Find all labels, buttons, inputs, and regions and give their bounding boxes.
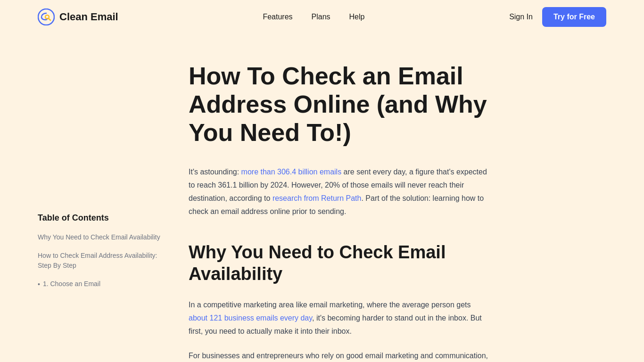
toc-title: Table of Contents xyxy=(38,213,160,223)
sidebar: Table of Contents Why You Need to Check … xyxy=(38,62,160,362)
section1-link1[interactable]: about 121 business emails every day xyxy=(189,314,312,322)
logo-icon xyxy=(38,8,55,25)
sign-in-button[interactable]: Sign In xyxy=(509,13,533,21)
try-free-button[interactable]: Try for Free xyxy=(542,7,606,27)
svg-point-1 xyxy=(45,15,49,19)
toc-list: Why You Need to Check Email Availability… xyxy=(38,232,160,289)
section1-text2: For businesses and entrepreneurs who rel… xyxy=(189,349,490,362)
toc-link-2[interactable]: How to Check Email Address Availability:… xyxy=(38,252,157,269)
intro-paragraph: It's astounding: more than 306.4 billion… xyxy=(189,165,490,218)
logo-text: Clean Email xyxy=(59,11,118,23)
toc-bullet: • xyxy=(38,280,40,289)
nav-help[interactable]: Help xyxy=(349,13,365,21)
section1-title: Why You Need to Check Email Availability xyxy=(189,242,490,285)
svg-line-2 xyxy=(49,19,50,20)
toc-item-1[interactable]: Why You Need to Check Email Availability xyxy=(38,232,160,242)
logo-link[interactable]: Clean Email xyxy=(38,8,118,25)
main-content: How To Check an Email Address Online (an… xyxy=(160,62,490,362)
toc-item-3[interactable]: • 1. Choose an Email xyxy=(38,279,160,289)
intro-link2[interactable]: research from Return Path xyxy=(272,194,362,202)
intro-link1[interactable]: more than 306.4 billion emails xyxy=(241,168,342,176)
section1-text1: In a competitive marketing area like ema… xyxy=(189,298,490,338)
page-wrapper: Table of Contents Why You Need to Check … xyxy=(0,34,644,362)
nav-features[interactable]: Features xyxy=(263,13,292,21)
toc-item-2[interactable]: How to Check Email Address Availability:… xyxy=(38,251,160,271)
toc-link-1[interactable]: Why You Need to Check Email Availability xyxy=(38,233,160,241)
toc-link-3[interactable]: 1. Choose an Email xyxy=(43,279,100,289)
header-actions: Sign In Try for Free xyxy=(509,7,606,27)
article-title: How To Check an Email Address Online (an… xyxy=(189,62,490,147)
section1-text1-before-link: In a competitive marketing area like ema… xyxy=(189,301,471,309)
main-nav: Features Plans Help xyxy=(263,13,364,21)
svg-point-0 xyxy=(38,9,54,25)
intro-text-before-link1: It's astounding: xyxy=(189,168,241,176)
nav-plans[interactable]: Plans xyxy=(312,13,330,21)
site-header: Clean Email Features Plans Help Sign In … xyxy=(0,0,644,34)
